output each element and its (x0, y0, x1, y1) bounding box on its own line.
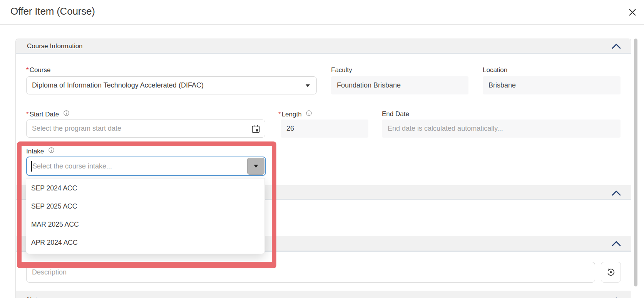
start-date-input[interactable] (26, 120, 265, 138)
history-restore-icon (606, 267, 616, 277)
header-divider (0, 24, 644, 25)
caret-down-icon (306, 84, 310, 88)
faculty-field: Foundation Brisbane (331, 76, 468, 94)
length-label: *Length (278, 110, 312, 119)
required-marker: * (278, 111, 281, 118)
text-cursor (31, 161, 32, 172)
close-x-icon (628, 8, 637, 17)
chevron-up-icon[interactable] (611, 42, 622, 50)
intake-option[interactable]: SEP 2025 ACC (26, 197, 264, 216)
section-header-notes[interactable]: Notes (16, 291, 631, 298)
intake-option[interactable]: APR 2024 ACC (26, 234, 264, 252)
chevron-up-icon[interactable] (611, 240, 622, 247)
info-circle-icon (64, 110, 69, 116)
chevron-up-icon[interactable] (611, 189, 622, 197)
location-label: Location (483, 66, 507, 75)
intake-options-list: SEP 2024 ACC SEP 2025 ACC MAR 2025 ACC A… (26, 178, 265, 254)
intake-dropdown-button[interactable] (247, 158, 264, 175)
section-title: Notes (27, 296, 44, 298)
required-marker: * (26, 111, 29, 118)
calendar-button[interactable] (250, 123, 261, 135)
offer-item-dialog: Offer Item (Course) Course Information *… (0, 0, 644, 298)
info-circle-icon (306, 110, 312, 116)
intake-option[interactable]: SEP 2024 ACC (26, 179, 264, 197)
course-label: *Course (26, 66, 50, 75)
required-marker: * (26, 66, 29, 74)
form-card: Course Information *Course Faculty Locat… (15, 39, 631, 298)
info-circle-icon (49, 147, 54, 153)
section-title: Course Information (27, 39, 83, 53)
location-field: Brisbane (483, 76, 621, 94)
caret-down-icon (254, 165, 258, 168)
end-date-label: End Date (382, 110, 409, 119)
end-date-field: End date is calculated automatically... (382, 120, 621, 138)
intake-combobox-input[interactable] (26, 157, 266, 176)
course-select[interactable]: Diploma of Information Technology Accele… (26, 76, 317, 94)
history-restore-button[interactable] (601, 262, 621, 283)
intake-label: Intake (26, 147, 54, 156)
description-input[interactable] (26, 262, 595, 283)
vertical-scrollbar[interactable] (634, 39, 637, 286)
calendar-icon (251, 125, 260, 133)
dialog-title: Offer Item (Course) (10, 5, 95, 17)
chevron-up-icon[interactable] (611, 296, 622, 298)
section-header-course-information[interactable]: Course Information (16, 39, 631, 54)
faculty-label: Faculty (331, 66, 352, 75)
start-date-label: *Start Date (26, 110, 69, 119)
length-field: 26 (281, 120, 368, 138)
intake-option[interactable]: MAR 2025 ACC (26, 216, 264, 234)
close-button[interactable] (626, 6, 639, 19)
course-select-value: Diploma of Information Technology Accele… (32, 81, 204, 89)
